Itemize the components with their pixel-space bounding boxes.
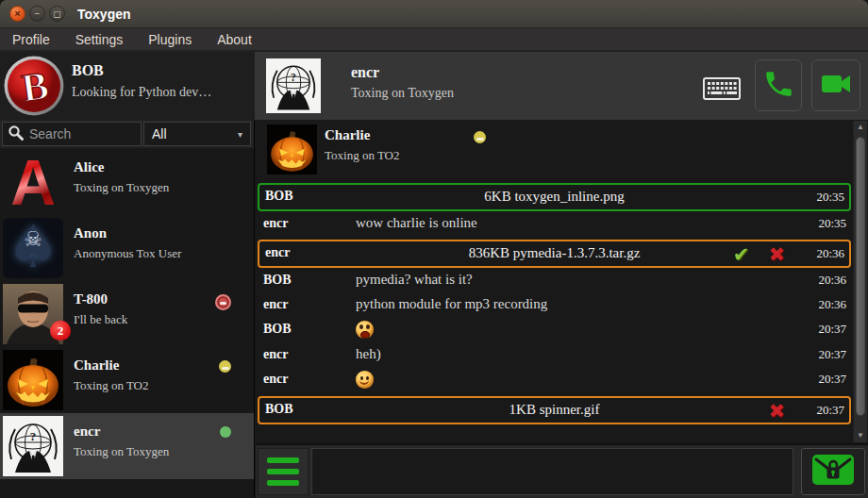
menu-profile[interactable]: Profile	[12, 32, 50, 47]
message-text: heh)	[356, 346, 709, 362]
message-time: 20:37	[818, 347, 846, 362]
peer-name: encr	[351, 64, 379, 81]
contact-status-message: Toxing on Toxygen	[74, 444, 169, 459]
menu-plugins[interactable]: Plugins	[148, 32, 192, 47]
message-time: 20:35	[816, 190, 844, 205]
unread-badge: 2	[50, 321, 71, 340]
contacts-sidebar: Search All ▾ A Alice Toxing on Toxygen ♠…	[0, 120, 255, 498]
peer-avatar: ?	[266, 58, 321, 113]
file-transfer-row: BOB 1KB spinner.gif ✖ 20:37	[258, 396, 851, 424]
astonished-face-emoji	[356, 321, 374, 339]
message-text: python module for mp3 recording	[356, 296, 709, 312]
message-row: encr wow charlie is online 20:35	[258, 213, 851, 238]
file-transfer-row: BOB 6KB toxygen_inline.png 20:35	[258, 183, 851, 211]
message-author: encr	[263, 372, 288, 387]
compose-bar	[256, 443, 868, 498]
message-author: BOB	[263, 322, 292, 337]
message-history: BOB 6KB toxygen_inline.png 20:35 encr wo…	[258, 181, 851, 441]
window-close-button[interactable]: ×	[9, 6, 25, 22]
menu-bar: Profile Settings Plugins About	[0, 28, 868, 52]
contact-row-alice[interactable]: A Alice Toxing on Toxygen	[0, 149, 254, 215]
file-transfer-label: 1KB spinner.gif	[259, 402, 849, 418]
contact-status-message: Anonymous Tox User	[74, 246, 181, 261]
message-time: 20:37	[818, 372, 846, 387]
contact-name: Anon	[74, 225, 107, 241]
smiling-face-emoji	[356, 371, 374, 389]
message-author: BOB	[263, 273, 292, 288]
group-peer-card[interactable]: Charlie Toxing on TO2	[258, 123, 851, 177]
chevron-down-icon: ▾	[238, 129, 242, 140]
search-input[interactable]: Search	[2, 122, 142, 146]
menu-about[interactable]: About	[217, 32, 252, 47]
message-author: encr	[263, 297, 288, 312]
svg-text:?: ?	[30, 429, 37, 443]
search-row: Search All ▾	[0, 120, 254, 148]
scrollbar-thumb[interactable]	[856, 137, 865, 416]
audio-call-button[interactable]	[755, 59, 802, 111]
self-profile-panel[interactable]: B BOB Looking for Python dev…	[0, 52, 255, 120]
message-time: 20:36	[818, 297, 846, 312]
peer-status-message: Toxing on Toxygen	[351, 86, 454, 101]
video-call-button[interactable]	[811, 59, 860, 111]
contact-list: A Alice Toxing on Toxygen ♠☠ Anon Anonym…	[0, 149, 254, 498]
search-placeholder: Search	[29, 126, 71, 141]
attachments-menu-button[interactable]	[258, 448, 309, 495]
message-row: encr heh) 20:37	[258, 344, 851, 369]
cancel-file-icon[interactable]: ✖	[768, 397, 785, 425]
video-camera-icon	[819, 67, 853, 105]
window-title: Toxygen	[77, 7, 131, 22]
send-message-button[interactable]	[801, 448, 865, 495]
scroll-up-arrow-icon[interactable]: ▲	[854, 121, 867, 134]
message-time: 20:36	[816, 246, 844, 261]
contact-name: encr	[74, 423, 100, 440]
title-bar: × − ◻ Toxygen	[0, 0, 868, 28]
message-row: BOB pymedia? what is it? 20:36	[258, 270, 851, 294]
contact-name: T-800	[74, 291, 108, 307]
self-status-message: Looking for Python dev…	[72, 85, 213, 100]
contact-status-message: I'll be back	[74, 312, 127, 327]
contact-name: Charlie	[74, 357, 119, 374]
contact-row-anon[interactable]: ♠☠ Anon Anonymous Tox User	[0, 215, 254, 281]
file-actions: ✖	[768, 397, 785, 425]
chat-peer-header: ? encr Toxing on Toxygen	[255, 52, 868, 120]
contact-row-t-800[interactable]: T-800 I'll be back 2	[0, 281, 254, 347]
contact-row-encr[interactable]: ? encr Toxing on Toxygen	[0, 413, 254, 479]
envelope-lock-icon	[811, 454, 855, 490]
menu-settings[interactable]: Settings	[75, 32, 124, 47]
message-text: wow charlie is online	[356, 215, 709, 231]
self-name: BOB	[72, 62, 104, 79]
contact-avatar: ♠☠	[3, 218, 63, 278]
message-time: 20:36	[818, 273, 846, 288]
peer-card-avatar	[267, 124, 317, 174]
contact-status-message: Toxing on Toxygen	[74, 180, 169, 195]
contacts-filter-dropdown[interactable]: All ▾	[143, 122, 251, 146]
online-status-icon	[220, 426, 231, 438]
file-transfer-label: 6KB toxygen_inline.png	[259, 189, 849, 205]
peer-card-status-message: Toxing on TO2	[325, 148, 400, 163]
svg-text:?: ?	[291, 72, 296, 84]
hamburger-icon	[267, 457, 299, 463]
message-time: 20:37	[816, 403, 844, 418]
contact-status-message: Toxing on TO2	[74, 378, 149, 393]
filter-value: All	[152, 126, 167, 141]
cancel-file-icon[interactable]: ✖	[768, 241, 785, 269]
contact-row-charlie[interactable]: Charlie Toxing on TO2	[0, 347, 254, 413]
message-input[interactable]	[311, 448, 793, 495]
message-author: encr	[263, 216, 288, 231]
window-minimize-button[interactable]: −	[29, 6, 45, 22]
message-text	[356, 321, 709, 339]
message-author: encr	[263, 347, 288, 362]
message-row: encr python module for mp3 recording 20:…	[258, 294, 851, 319]
phone-icon	[762, 68, 794, 104]
message-text: pymedia? what is it?	[356, 272, 709, 288]
file-actions: ✔✖	[733, 241, 785, 269]
window-maximize-button[interactable]: ◻	[49, 6, 65, 22]
scroll-down-arrow-icon[interactable]: ▼	[854, 429, 867, 442]
away-status-icon	[474, 131, 486, 143]
accept-file-icon[interactable]: ✔	[733, 241, 750, 269]
typing-keyboard-icon[interactable]	[703, 77, 741, 104]
chat-scrollbar[interactable]: ▲ ▼	[853, 121, 867, 442]
message-row: encr 20:37	[258, 369, 851, 394]
contact-avatar: ?	[3, 416, 63, 476]
message-time: 20:35	[818, 216, 846, 231]
